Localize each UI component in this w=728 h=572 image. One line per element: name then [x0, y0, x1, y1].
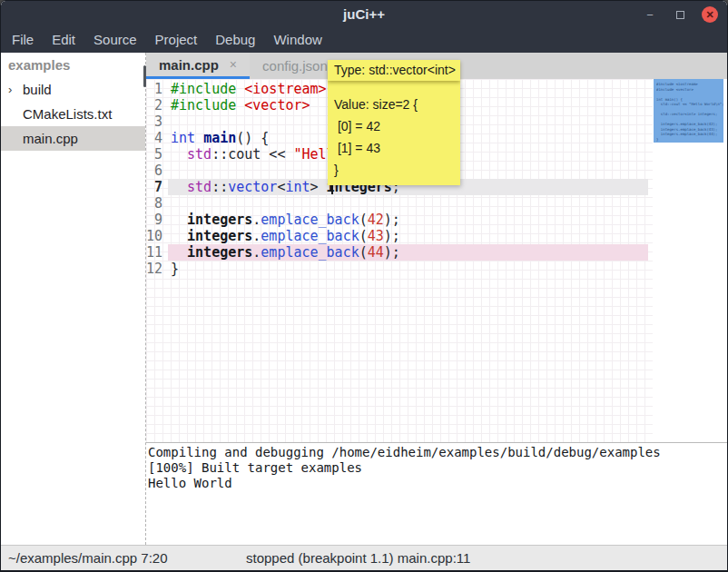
- sidebar-item-cmakelists-txt[interactable]: CMakeLists.txt: [1, 102, 145, 126]
- sidebar-item-main-cpp[interactable]: main.cpp: [1, 126, 145, 151]
- sidebar-item-build[interactable]: ›build: [1, 77, 145, 102]
- line-number-9[interactable]: 9: [146, 212, 168, 228]
- status-file-location: ~/examples/main.cpp 7:20: [8, 546, 168, 571]
- code-text: integers.emplace_back(43);: [168, 228, 648, 244]
- project-root-label: examples: [1, 53, 145, 77]
- app-window: juCi++ − ✕ FileEditSourceProjectDebugWin…: [0, 0, 728, 572]
- minimap-code: #include <iostream> #include <vector> in…: [654, 79, 723, 142]
- tooltip-value-line: [1] = 43: [334, 137, 454, 159]
- tab-label: main.cpp: [159, 57, 219, 73]
- line-number-1[interactable]: 1: [146, 81, 168, 97]
- code-line-9[interactable]: 9 integers.emplace_back(42);: [146, 212, 654, 228]
- file-tree-sidebar: examples›buildCMakeLists.txtmain.cpp: [1, 53, 146, 545]
- tab-label: config.json: [262, 58, 328, 74]
- menu-item-window[interactable]: Window: [264, 28, 330, 53]
- line-number-4[interactable]: 4: [146, 130, 168, 146]
- terminal-line: Hello World: [148, 476, 727, 491]
- status-bar: ~/examples/main.cpp 7:20 stopped (breakp…: [1, 545, 727, 571]
- tooltip-value-line: }: [334, 159, 454, 181]
- titlebar[interactable]: juCi++ − ✕: [1, 1, 727, 28]
- debug-value-tooltip: Type: std::vector<int> Value: size=2 { […: [328, 60, 460, 185]
- sidebar-item-label: build: [23, 77, 52, 102]
- line-number-11[interactable]: 11: [146, 244, 168, 261]
- tooltip-value-line: Value: size=2 {: [334, 94, 454, 115]
- menubar: FileEditSourceProjectDebugWindow: [1, 28, 727, 53]
- menu-item-project[interactable]: Project: [146, 28, 207, 53]
- tab-close-icon[interactable]: ×: [230, 57, 237, 72]
- maximize-icon[interactable]: [672, 6, 688, 23]
- project-root-text: examples: [8, 53, 70, 77]
- menu-item-edit[interactable]: Edit: [43, 28, 84, 53]
- terminal-line: [100%] Built target examples: [148, 460, 727, 476]
- status-debug-state: stopped (breakpoint 1.1) main.cpp:11: [246, 546, 470, 571]
- tab-main-cpp[interactable]: main.cpp×: [146, 53, 250, 79]
- window-title: juCi++: [1, 1, 727, 28]
- line-number-5[interactable]: 5: [146, 146, 168, 163]
- code-text: integers.emplace_back(44);: [168, 244, 648, 261]
- tooltip-type-line: Type: std::vector<int>: [328, 60, 460, 81]
- line-number-3[interactable]: 3: [146, 113, 168, 130]
- code-line-11[interactable]: 11 integers.emplace_back(44);: [146, 244, 654, 261]
- code-line-12[interactable]: 12}: [146, 261, 654, 277]
- tooltip-value-line: [0] = 42: [334, 115, 454, 137]
- code-line-10[interactable]: 10 integers.emplace_back(43);: [146, 228, 654, 244]
- code-text: integers.emplace_back(42);: [168, 212, 648, 228]
- build-output-terminal: Compiling and debugging /home/eidheim/ex…: [146, 442, 727, 545]
- line-number-2[interactable]: 2: [146, 97, 168, 113]
- code-text: }: [168, 261, 648, 277]
- line-number-6[interactable]: 6: [146, 163, 168, 179]
- sidebar-item-label: main.cpp: [23, 126, 78, 151]
- menu-item-source[interactable]: Source: [84, 28, 146, 53]
- minimap[interactable]: #include <iostream> #include <vector> in…: [654, 79, 723, 143]
- pane-separator[interactable]: [143, 65, 146, 87]
- restore-glyph: [676, 11, 684, 19]
- chevron-right-icon[interactable]: ›: [8, 77, 12, 102]
- terminal-line: Compiling and debugging /home/eidheim/ex…: [148, 445, 727, 460]
- sidebar-item-label: CMakeLists.txt: [23, 102, 112, 126]
- line-number-7[interactable]: 7: [146, 179, 168, 195]
- tooltip-value-box: Value: size=2 { [0] = 42 [1] = 43}: [328, 81, 460, 185]
- line-number-10[interactable]: 10: [146, 228, 168, 244]
- code-line-8[interactable]: 8: [146, 195, 654, 212]
- menu-item-file[interactable]: File: [3, 28, 43, 53]
- line-number-12[interactable]: 12: [146, 261, 168, 277]
- close-icon[interactable]: ✕: [702, 6, 718, 23]
- minimize-icon[interactable]: −: [642, 6, 658, 23]
- menu-item-debug[interactable]: Debug: [206, 28, 264, 53]
- line-number-8[interactable]: 8: [146, 195, 168, 212]
- tab-config-json[interactable]: config.json: [250, 53, 340, 79]
- window-controls: − ✕: [642, 1, 718, 28]
